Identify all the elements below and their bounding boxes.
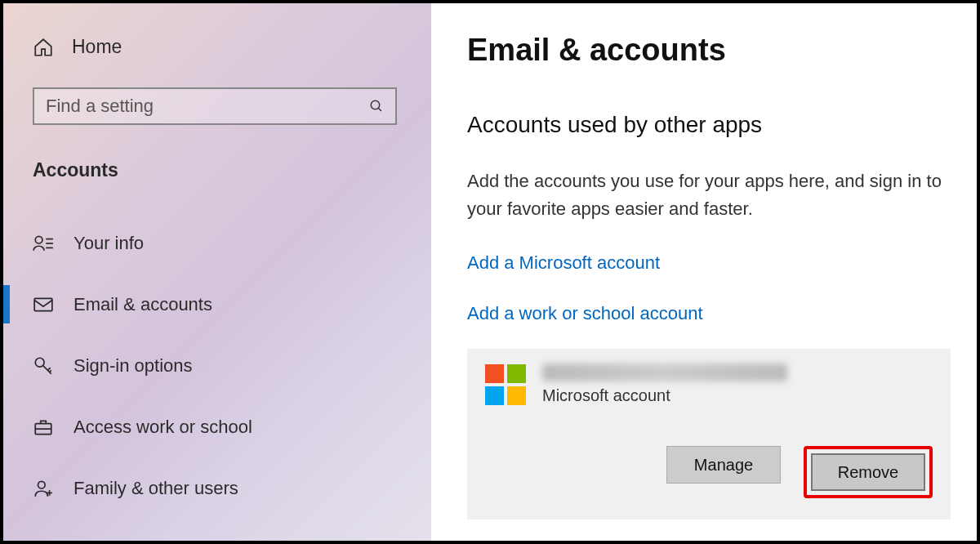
manage-button[interactable]: Manage <box>666 446 781 484</box>
settings-sidebar: Home Accounts Your info Email & accounts <box>3 3 431 541</box>
section-heading: Accounts used by other apps <box>467 112 951 138</box>
svg-point-2 <box>35 236 42 243</box>
microsoft-logo-icon <box>485 364 526 405</box>
briefcase-icon <box>33 417 54 438</box>
page-title: Email & accounts <box>467 33 951 68</box>
person-lines-icon <box>33 233 54 254</box>
sidebar-item-your-info[interactable]: Your info <box>3 212 431 274</box>
search-input[interactable] <box>46 96 369 117</box>
home-label: Home <box>72 36 122 58</box>
add-work-school-account-link[interactable]: Add a work or school account <box>467 303 703 324</box>
search-icon <box>369 99 384 114</box>
sidebar-item-sign-in-options[interactable]: Sign-in options <box>3 335 431 396</box>
sidebar-item-family-other-users[interactable]: Family & other users <box>3 457 431 519</box>
person-add-icon <box>33 478 54 499</box>
svg-rect-6 <box>34 298 52 310</box>
home-nav[interactable]: Home <box>3 3 431 58</box>
remove-button[interactable]: Remove <box>811 453 925 491</box>
sidebar-nav-list: Your info Email & accounts Sign-in optio… <box>3 212 431 519</box>
main-content: Email & accounts Accounts used by other … <box>431 3 977 541</box>
account-row: Microsoft account <box>485 363 933 405</box>
key-icon <box>33 355 54 377</box>
section-description: Add the accounts you use for your apps h… <box>467 167 951 223</box>
home-icon <box>33 37 54 58</box>
remove-button-highlight: Remove <box>804 446 933 498</box>
account-action-buttons: Manage Remove <box>485 446 933 498</box>
sidebar-item-label: Email & accounts <box>74 294 212 315</box>
svg-point-10 <box>38 481 46 488</box>
sidebar-item-label: Sign-in options <box>74 355 193 377</box>
sidebar-item-access-work-school[interactable]: Access work or school <box>3 396 431 457</box>
account-card[interactable]: Microsoft account Manage Remove <box>467 349 951 519</box>
search-input-container[interactable] <box>33 87 397 125</box>
account-email-redacted <box>542 363 787 381</box>
sidebar-item-label: Access work or school <box>74 417 252 438</box>
mail-icon <box>33 294 54 315</box>
sidebar-item-email-accounts[interactable]: Email & accounts <box>3 274 431 335</box>
sidebar-section-title: Accounts <box>33 159 431 181</box>
sidebar-item-label: Your info <box>74 233 144 254</box>
svg-point-0 <box>371 100 380 109</box>
svg-line-1 <box>378 108 381 111</box>
account-text: Microsoft account <box>542 363 787 405</box>
add-microsoft-account-link[interactable]: Add a Microsoft account <box>467 252 660 274</box>
sidebar-item-label: Family & other users <box>74 478 238 499</box>
account-type-label: Microsoft account <box>542 386 787 405</box>
